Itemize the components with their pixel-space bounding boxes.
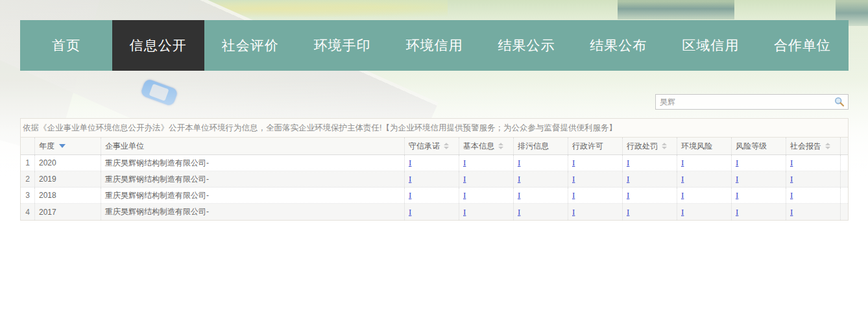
admin-penalty-link[interactable]: I — [627, 158, 629, 168]
year-cell: 2017 — [35, 204, 101, 220]
sort-desc-icon — [59, 144, 66, 148]
column-header-year[interactable]: 年度 — [35, 138, 101, 154]
nav-tab-info-disclosure[interactable]: 信息公开 — [112, 20, 204, 71]
basic-info-link[interactable]: I — [463, 190, 466, 201]
nav-tab-result-publicity[interactable]: 结果公示 — [480, 20, 572, 71]
content-panel: 依据《企业事业单位环境信息公开办法》公开本单位环境行为信息，全面落实企业环境保护… — [20, 118, 849, 221]
admin-permit-link[interactable]: I — [572, 207, 575, 217]
social-report-link[interactable]: I — [790, 190, 793, 201]
column-header-label: 环境风险 — [681, 141, 712, 152]
risk-level-link[interactable]: I — [736, 207, 738, 217]
nav-tab-env-credit[interactable]: 环境信用 — [389, 20, 481, 71]
row-spacer — [841, 171, 848, 187]
column-header-rownum — [21, 138, 35, 154]
row-spacer — [841, 188, 848, 203]
emission-link[interactable]: I — [518, 207, 520, 217]
column-header-label: 排污信息 — [518, 141, 549, 152]
notice-text: 依据《企业事业单位环境信息公开办法》公开本单位环境行为信息，全面落实企业环境保护… — [21, 119, 848, 138]
admin-permit-link[interactable]: I — [572, 158, 575, 168]
env-risk-link[interactable]: I — [681, 158, 684, 168]
table-header-row: 年度 企事业单位 守信承诺 基本信息 排污信息 行政许可 行政处罚 — [21, 138, 848, 155]
emission-link[interactable]: I — [518, 158, 520, 168]
admin-penalty-link[interactable]: I — [627, 190, 629, 201]
admin-penalty-link[interactable]: I — [627, 174, 629, 184]
column-header-label: 行政处罚 — [627, 141, 658, 152]
column-header-label: 守信承诺 — [409, 141, 440, 152]
column-header-label: 风险等级 — [736, 141, 767, 152]
emission-link[interactable]: I — [518, 190, 520, 201]
column-header-label: 行政许可 — [572, 141, 603, 152]
row-number: 4 — [21, 204, 35, 220]
row-spacer — [841, 204, 848, 220]
row-number: 1 — [21, 155, 35, 171]
column-header-admin-penalty[interactable]: 行政处罚 — [623, 138, 677, 154]
column-header-promise[interactable]: 守信承诺 — [405, 138, 459, 154]
basic-info-link[interactable]: I — [463, 174, 466, 184]
year-cell: 2019 — [35, 171, 101, 187]
risk-level-link[interactable]: I — [736, 174, 738, 184]
env-risk-link[interactable]: I — [681, 174, 684, 184]
social-report-link[interactable]: I — [790, 207, 793, 217]
promise-link[interactable]: I — [409, 190, 411, 201]
company-cell: 重庆昊辉钢结构制造有限公司- — [101, 204, 405, 220]
admin-permit-link[interactable]: I — [572, 174, 575, 184]
promise-link[interactable]: I — [409, 174, 411, 184]
table-row[interactable]: 2 2019 重庆昊辉钢结构制造有限公司- I I I I I I I I — [21, 171, 848, 188]
sort-toggle-icon — [498, 143, 503, 149]
table-row[interactable]: 1 2020 重庆昊辉钢结构制造有限公司- I I I I I I I I — [21, 155, 848, 171]
table-row[interactable]: 3 2018 重庆昊辉钢结构制造有限公司- I I I I I I I I — [21, 188, 848, 204]
magnifier-icon[interactable] — [834, 97, 845, 107]
social-report-link[interactable]: I — [790, 174, 793, 184]
year-cell: 2018 — [35, 188, 101, 203]
basic-info-link[interactable]: I — [463, 207, 466, 217]
header-spacer — [841, 138, 848, 154]
basic-info-link[interactable]: I — [463, 158, 466, 168]
column-header-company[interactable]: 企事业单位 — [101, 138, 405, 154]
nav-tab-social-evaluation[interactable]: 社会评价 — [204, 20, 296, 71]
column-header-label: 社会报告 — [790, 141, 821, 152]
emission-link[interactable]: I — [518, 174, 520, 184]
column-header-basic-info[interactable]: 基本信息 — [459, 138, 514, 154]
column-header-social-report[interactable]: 社会报告 — [786, 138, 841, 154]
column-header-env-risk[interactable]: 环境风险 — [677, 138, 732, 154]
column-header-emission[interactable]: 排污信息 — [514, 138, 568, 154]
company-cell: 重庆昊辉钢结构制造有限公司- — [101, 155, 405, 171]
nav-tab-result-announce[interactable]: 结果公布 — [572, 20, 664, 71]
sort-toggle-icon — [825, 143, 830, 149]
sort-toggle-icon — [662, 143, 667, 149]
page: 首页 信息公开 社会评价 环境手印 环境信用 结果公示 结果公布 区域信用 合作… — [0, 0, 868, 316]
promise-link[interactable]: I — [409, 158, 411, 168]
company-cell: 重庆昊辉钢结构制造有限公司- — [101, 171, 405, 187]
row-spacer — [841, 155, 848, 171]
row-number: 3 — [21, 188, 35, 203]
year-cell: 2020 — [35, 155, 101, 171]
search-box — [655, 94, 849, 110]
sort-toggle-icon — [444, 143, 449, 149]
column-header-risk-level[interactable]: 风险等级 — [732, 138, 786, 154]
nav-tab-env-handprint[interactable]: 环境手印 — [296, 20, 389, 71]
nav-tab-partners[interactable]: 合作单位 — [756, 20, 849, 71]
column-header-label: 企事业单位 — [105, 141, 144, 152]
column-header-label: 基本信息 — [463, 141, 494, 152]
social-report-link[interactable]: I — [790, 158, 793, 168]
env-risk-link[interactable]: I — [681, 207, 684, 217]
column-header-label: 年度 — [39, 141, 54, 152]
risk-level-link[interactable]: I — [736, 158, 738, 168]
row-number: 2 — [21, 171, 35, 187]
risk-level-link[interactable]: I — [736, 190, 738, 201]
admin-permit-link[interactable]: I — [572, 190, 575, 201]
search-input[interactable] — [656, 97, 834, 106]
company-cell: 重庆昊辉钢结构制造有限公司- — [101, 188, 405, 203]
nav-tab-regional-credit[interactable]: 区域信用 — [664, 20, 756, 71]
env-risk-link[interactable]: I — [681, 190, 684, 201]
promise-link[interactable]: I — [409, 207, 411, 217]
column-header-admin-permit[interactable]: 行政许可 — [568, 138, 623, 154]
table-row[interactable]: 4 2017 重庆昊辉钢结构制造有限公司- I I I I I I I I — [21, 204, 848, 220]
nav-tab-home[interactable]: 首页 — [20, 20, 112, 71]
admin-penalty-link[interactable]: I — [627, 207, 629, 217]
main-nav: 首页 信息公开 社会评价 环境手印 环境信用 结果公示 结果公布 区域信用 合作… — [20, 20, 849, 71]
